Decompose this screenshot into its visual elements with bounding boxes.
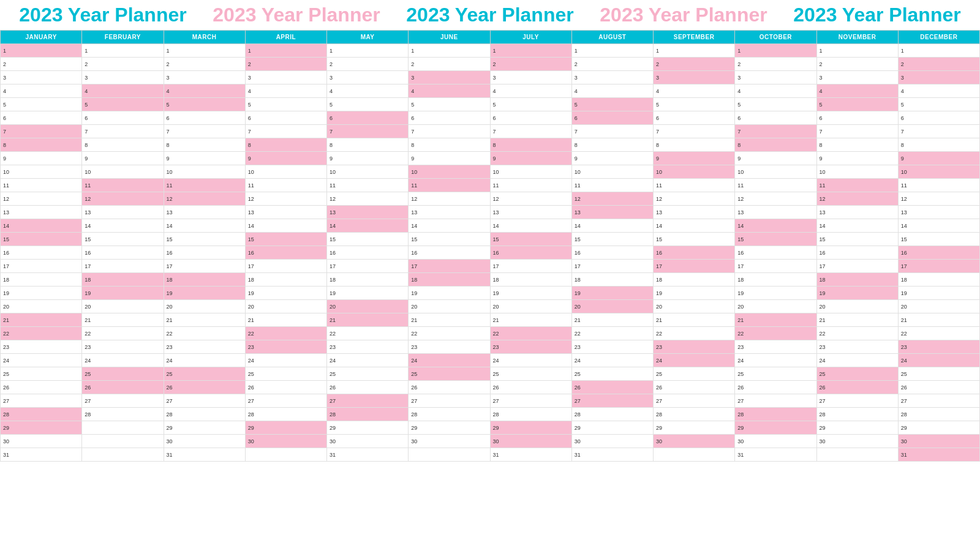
- calendar-body: 1111111111112222222222223333333333334444…: [1, 44, 980, 462]
- calendar-row-day-20: 202020202020202020202020: [1, 300, 980, 313]
- month-header-july: JULY: [490, 31, 571, 44]
- cell-april-7: 7: [245, 125, 326, 138]
- cell-november-14: 14: [816, 219, 898, 233]
- cell-august-15: 15: [571, 233, 653, 246]
- cell-october-23: 23: [735, 340, 816, 354]
- cell-july-6: 6: [490, 111, 571, 125]
- cell-november-28: 28: [816, 408, 898, 421]
- cell-august-25: 25: [571, 367, 653, 381]
- cell-november-2: 2: [816, 58, 898, 71]
- cell-january-2: 2: [1, 58, 82, 71]
- title-4: 2023 Year Planner: [600, 4, 767, 26]
- cell-may-7: 7: [327, 125, 409, 138]
- cell-april-8: 8: [245, 138, 326, 152]
- cell-october-7: 7: [735, 125, 816, 138]
- cell-january-29: 29: [1, 421, 82, 435]
- cell-may-27: 27: [327, 394, 409, 408]
- cell-january-15: 15: [1, 233, 82, 246]
- cell-march-22: 22: [164, 327, 245, 340]
- cell-september-11: 11: [654, 179, 735, 192]
- cell-may-9: 9: [327, 152, 409, 165]
- cell-september-31: [654, 448, 735, 462]
- calendar-row-day-12: 121212121212121212121212: [1, 192, 980, 206]
- cell-september-15: 15: [654, 233, 735, 246]
- calendar-row-day-15: 151515151515151515151515: [1, 233, 980, 246]
- cell-september-18: 18: [654, 273, 735, 287]
- cell-january-12: 12: [1, 192, 82, 206]
- cell-july-1: 1: [490, 44, 571, 58]
- cell-january-6: 6: [1, 111, 82, 125]
- cell-june-14: 14: [409, 219, 490, 233]
- cell-june-25: 25: [409, 367, 490, 381]
- cell-july-5: 5: [490, 98, 571, 111]
- cell-october-6: 6: [735, 111, 816, 125]
- cell-april-29: 29: [245, 421, 326, 435]
- cell-august-28: 28: [571, 408, 653, 421]
- cell-february-13: 13: [82, 206, 164, 219]
- cell-june-20: 20: [409, 300, 490, 313]
- calendar-row-day-21: 212121212121212121212121: [1, 313, 980, 327]
- cell-march-3: 3: [164, 71, 245, 84]
- cell-july-4: 4: [490, 84, 571, 98]
- month-header-november: NOVEMBER: [816, 31, 898, 44]
- cell-january-25: 25: [1, 367, 82, 381]
- calendar-wrapper: JANUARYFEBRUARYMARCHAPRILMAYJUNEJULYAUGU…: [0, 30, 980, 462]
- cell-november-30: 30: [816, 435, 898, 448]
- cell-february-22: 22: [82, 327, 164, 340]
- cell-july-2: 2: [490, 58, 571, 71]
- cell-december-23: 23: [898, 340, 979, 354]
- calendar-table: JANUARYFEBRUARYMARCHAPRILMAYJUNEJULYAUGU…: [0, 30, 980, 462]
- calendar-row-day-7: 777777777777: [1, 125, 980, 138]
- cell-july-8: 8: [490, 138, 571, 152]
- cell-march-9: 9: [164, 152, 245, 165]
- cell-december-5: 5: [898, 98, 979, 111]
- calendar-row-day-3: 333333333333: [1, 71, 980, 84]
- cell-november-25: 25: [816, 367, 898, 381]
- cell-november-15: 15: [816, 233, 898, 246]
- cell-april-26: 26: [245, 381, 326, 394]
- cell-april-20: 20: [245, 300, 326, 313]
- cell-february-9: 9: [82, 152, 164, 165]
- cell-may-16: 16: [327, 246, 409, 260]
- cell-april-15: 15: [245, 233, 326, 246]
- month-header-august: AUGUST: [571, 31, 653, 44]
- cell-may-18: 18: [327, 273, 409, 287]
- cell-may-4: 4: [327, 84, 409, 98]
- cell-august-4: 4: [571, 84, 653, 98]
- cell-february-12: 12: [82, 192, 164, 206]
- cell-june-16: 16: [409, 246, 490, 260]
- cell-august-24: 24: [571, 354, 653, 367]
- cell-may-12: 12: [327, 192, 409, 206]
- cell-february-7: 7: [82, 125, 164, 138]
- cell-november-19: 19: [816, 287, 898, 300]
- cell-may-23: 23: [327, 340, 409, 354]
- cell-october-25: 25: [735, 367, 816, 381]
- cell-september-10: 10: [654, 165, 735, 179]
- cell-august-31: 31: [571, 448, 653, 462]
- cell-december-29: 29: [898, 421, 979, 435]
- cell-july-13: 13: [490, 206, 571, 219]
- cell-september-19: 19: [654, 287, 735, 300]
- cell-october-27: 27: [735, 394, 816, 408]
- cell-june-17: 17: [409, 260, 490, 273]
- cell-november-23: 23: [816, 340, 898, 354]
- cell-february-24: 24: [82, 354, 164, 367]
- cell-may-22: 22: [327, 327, 409, 340]
- cell-july-31: 31: [490, 448, 571, 462]
- cell-july-22: 22: [490, 327, 571, 340]
- cell-july-12: 12: [490, 192, 571, 206]
- cell-october-4: 4: [735, 84, 816, 98]
- cell-march-1: 1: [164, 44, 245, 58]
- cell-november-31: [816, 448, 898, 462]
- cell-january-31: 31: [1, 448, 82, 462]
- cell-february-11: 11: [82, 179, 164, 192]
- cell-january-7: 7: [1, 125, 82, 138]
- cell-november-29: 29: [816, 421, 898, 435]
- cell-september-13: 13: [654, 206, 735, 219]
- cell-june-18: 18: [409, 273, 490, 287]
- cell-december-4: 4: [898, 84, 979, 98]
- cell-october-26: 26: [735, 381, 816, 394]
- cell-november-11: 11: [816, 179, 898, 192]
- cell-february-2: 2: [82, 58, 164, 71]
- cell-december-26: 26: [898, 381, 979, 394]
